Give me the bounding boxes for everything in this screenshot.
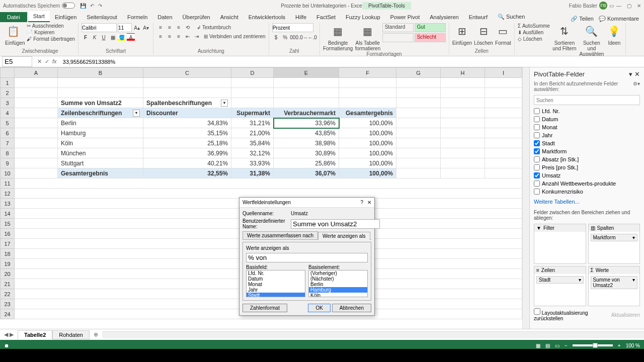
share-button[interactable]: 🔗 Teilen [571,16,594,22]
col-header[interactable]: D [231,68,274,78]
pivot-row-label[interactable]: Zeilenbeschriftungen▾ [58,108,143,118]
row-header[interactable]: 1 [1,78,15,88]
list-item[interactable]: (Vorheriger) [309,270,367,276]
currency-icon[interactable]: $ [272,33,280,41]
defer-layout-checkbox[interactable] [534,308,540,315]
list-item[interactable]: Datum [247,276,305,282]
columns-area[interactable]: ▥Spalten Marktform▾ [588,224,640,264]
zoom-value[interactable]: 100 % [626,343,640,348]
field-checkbox[interactable] [534,116,540,122]
field-item[interactable]: Lfd. Nr. [534,107,640,115]
cancel-button[interactable]: Abbrechen [332,304,371,312]
avatar[interactable]: FB [599,2,607,10]
field-item[interactable]: Jahr [534,131,640,139]
align-top-icon[interactable]: ≡ [156,23,165,31]
row-header[interactable]: 3 [1,98,15,108]
format-painter-button[interactable]: 🖌 Format übertragen [27,36,75,42]
minimize-button[interactable]: — [614,3,624,9]
insert-cells-icon[interactable]: ⊞ [454,23,470,39]
field-pane-minimize-icon[interactable]: ▾ [629,70,632,78]
save-icon[interactable]: 💾 [80,3,86,9]
autosave-toggle[interactable] [62,3,75,9]
field-item[interactable]: Absatz [in Stk.] [534,155,640,163]
maximize-button[interactable]: ▢ [624,3,634,9]
col-header[interactable]: B [58,68,143,78]
chevron-down-icon[interactable]: ▾ [221,100,228,107]
add-sheet-icon[interactable]: ⊕ [90,331,102,338]
row-header[interactable]: 6 [1,128,15,138]
font-name-input[interactable] [82,23,117,32]
copy-button[interactable]: 📄 Kopieren [27,30,75,35]
dialog-tab-summarize[interactable]: Werte zusammenfassen nach [243,231,318,239]
format-table-icon[interactable]: ▦ [360,23,376,39]
fill-color-icon[interactable]: 🪣 [118,33,126,41]
find-select-icon[interactable]: 🔍 [584,23,600,39]
tab-factset[interactable]: FactSet [311,12,341,22]
sheet-tab[interactable]: Tabelle2 [18,330,52,339]
zoom-out-icon[interactable]: − [565,343,568,348]
dialog-tab-show-as[interactable]: Werte anzeigen als [318,232,370,240]
field-item[interactable]: Anzahl Wettbewerbs-produkte [534,179,640,188]
record-macro-icon[interactable]: ⏺ [4,343,9,348]
font-size-input[interactable] [118,23,132,32]
font-color-icon[interactable]: A [127,33,135,41]
vertical-scrollbar[interactable] [522,67,529,329]
bold-icon[interactable]: F [82,33,90,41]
field-checkbox[interactable] [534,156,540,162]
undo-icon[interactable]: ↶ [90,3,94,9]
field-checkbox[interactable] [534,108,540,114]
ribbon-options-icon[interactable]: ▭ [609,3,614,9]
shrink-font-icon[interactable]: A▾ [142,24,150,32]
col-header[interactable]: E [274,68,339,78]
col-header[interactable]: A [15,68,58,78]
list-item[interactable]: Stadt [247,293,305,297]
col-header[interactable]: F [339,68,396,78]
orient-icon[interactable]: ⟲ [184,23,192,31]
col-header[interactable]: C [143,68,231,78]
page-break-view-icon[interactable]: ▭ [555,343,559,348]
list-item[interactable]: Jahr [247,287,305,293]
indent-dec-icon[interactable]: ⇤ [184,32,192,40]
style-neutral[interactable] [382,33,414,42]
align-center-icon[interactable]: ≡ [166,32,174,40]
list-item[interactable]: Lfd. Nr. [247,270,305,276]
col-header[interactable]: G [396,68,441,78]
file-tab[interactable]: Datei [0,12,27,22]
enter-formula-icon[interactable]: ✓ [45,58,49,65]
grow-font-icon[interactable]: A▴ [133,24,141,32]
dialog-help-icon[interactable]: ? [360,200,363,205]
redo-icon[interactable]: ↷ [98,3,102,9]
tab-formulas[interactable]: Formeln [122,12,152,22]
gear-icon[interactable]: ⚙▾ [633,81,640,92]
number-format-button[interactable]: Zahlenformat [243,304,287,312]
zoom-in-icon[interactable]: + [618,343,621,348]
row-header[interactable]: 8 [1,148,15,158]
fill-button[interactable]: ⬇ Ausfüllen [518,30,550,35]
tab-pagelayout[interactable]: Seitenlayout [82,12,122,22]
ok-button[interactable]: OK [308,304,330,312]
cancel-formula-icon[interactable]: ✕ [37,58,42,65]
selected-cell[interactable]: 33,96% [274,118,339,128]
baseelement-listbox[interactable]: (Vorheriger)(Nächster)BerlinHamburgKölnM… [308,270,368,297]
style-standard[interactable]: Standard [382,23,414,32]
ideas-icon[interactable]: 💡 [606,23,622,39]
field-checkbox[interactable] [534,164,540,170]
basefield-listbox[interactable]: Lfd. Nr.DatumMonatJahrStadtMarktform [246,270,305,297]
field-checkbox[interactable] [534,140,540,146]
row-header[interactable]: 5 [1,118,15,128]
list-item[interactable]: (Nächster) [309,276,367,282]
tab-design[interactable]: Entwurf [464,12,493,22]
paste-icon[interactable]: 📋 [5,23,21,39]
list-item[interactable]: Köln [309,293,367,297]
field-checkbox[interactable] [534,180,540,187]
dialog-close-icon[interactable]: ✕ [367,200,371,205]
values-area[interactable]: ΣWerte Summe von Umsatz2▾ [588,266,640,306]
align-left-icon[interactable]: ≡ [156,32,165,40]
col-header[interactable]: H [441,68,485,78]
tab-data[interactable]: Daten [152,12,177,22]
field-item[interactable]: Umsatz [534,171,640,179]
inc-decimal-icon[interactable]: .0→ [299,33,307,41]
field-item[interactable]: Monat [534,123,640,131]
tab-powerpivot[interactable]: Power Pivot [385,12,425,22]
comments-button[interactable]: 💬 Kommentare [599,16,639,22]
